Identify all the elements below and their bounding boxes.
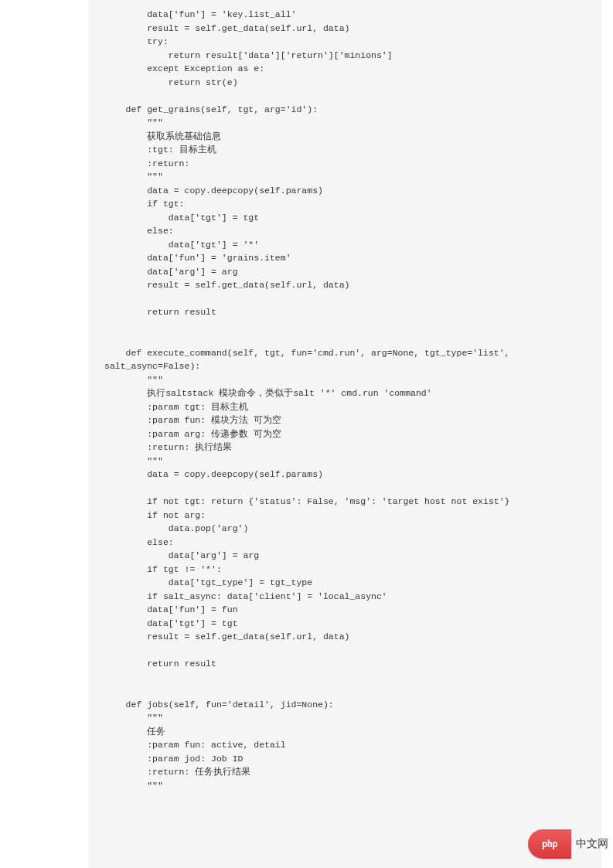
- php-logo-text: php: [542, 839, 557, 849]
- site-badge[interactable]: php 中文网: [528, 829, 613, 859]
- php-logo-icon: php: [528, 829, 571, 859]
- code-block: data['fun'] = 'key.list_all' result = se…: [89, 0, 601, 868]
- badge-label: 中文网: [576, 837, 613, 851]
